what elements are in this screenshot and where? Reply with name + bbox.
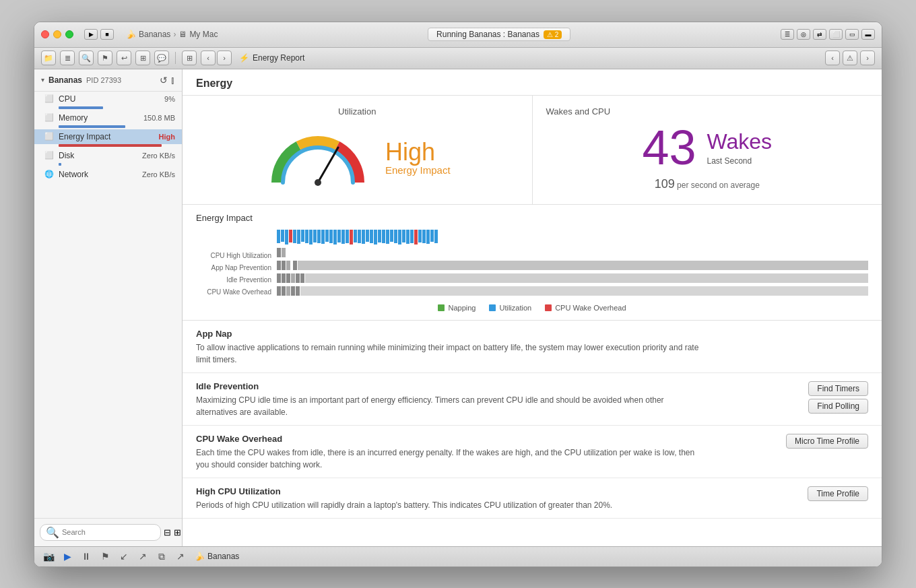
toolbar-right: ‹ ⚠ › bbox=[825, 51, 875, 65]
legend-utilization: Utilization bbox=[489, 304, 531, 312]
nav-fwd[interactable]: › bbox=[217, 51, 232, 65]
legend-utilization-dot bbox=[489, 304, 496, 311]
utilization-panel: Utilization bbox=[183, 96, 533, 204]
micro-time-profile-button[interactable]: Micro Time Profile bbox=[786, 434, 868, 449]
import-btn[interactable]: ↩ bbox=[117, 51, 131, 65]
utilization-title: Utilization bbox=[338, 106, 376, 117]
flag-bottom-btn[interactable]: ⚑ bbox=[98, 549, 112, 564]
network-icon: 🌐 bbox=[44, 169, 55, 180]
legend-napping-label: Napping bbox=[448, 304, 476, 312]
alert-btn[interactable]: ‹ bbox=[825, 51, 840, 65]
minimize-button[interactable] bbox=[53, 30, 61, 38]
play-button[interactable]: ▶ bbox=[84, 29, 98, 40]
wakes-number: 43 bbox=[642, 123, 696, 172]
close-button[interactable] bbox=[41, 30, 49, 38]
nav-back[interactable]: ‹ bbox=[201, 51, 216, 65]
folder-btn[interactable]: 📁 bbox=[41, 51, 56, 65]
wakes-label: Wakes bbox=[707, 130, 772, 154]
breadcrumb-icon2: 🖥 bbox=[178, 30, 187, 39]
wakes-right: Wakes Last Second bbox=[707, 123, 772, 166]
fullscreen-button[interactable] bbox=[65, 30, 73, 38]
sidebar-item-memory[interactable]: ⬜ Memory 150.8 MB bbox=[34, 110, 182, 125]
split-horiz-btn[interactable]: ▬ bbox=[861, 29, 875, 40]
sidebar-icons: ↺ ⫿ bbox=[160, 75, 175, 86]
export-bottom-btn[interactable]: ↗ bbox=[135, 549, 150, 564]
app-nap-title: App Nap bbox=[196, 329, 868, 339]
find-polling-button[interactable]: Find Polling bbox=[808, 399, 868, 414]
record-btn[interactable]: ▶ bbox=[60, 549, 75, 564]
time-profile-button[interactable]: Time Profile bbox=[808, 486, 868, 501]
refresh-icon[interactable]: ↺ bbox=[160, 75, 168, 86]
view-icon2[interactable]: ⊞ bbox=[174, 527, 181, 537]
split-vert-btn[interactable]: ▭ bbox=[845, 29, 859, 40]
cpu-wake-section: CPU Wake Overhead Each time the CPU wake… bbox=[183, 426, 882, 478]
gauge-label: High Energy Impact bbox=[385, 140, 451, 176]
search-box[interactable]: 🔍 bbox=[40, 524, 161, 541]
sidebar-process-name: Bananas bbox=[48, 75, 82, 85]
chart-bars bbox=[277, 230, 868, 298]
back-fwd-btn[interactable]: ⇄ bbox=[813, 29, 826, 40]
playback-controls: ▶ ■ bbox=[84, 29, 114, 40]
send-btn[interactable]: ↗ bbox=[173, 549, 188, 564]
grid-btn[interactable]: ⊞ bbox=[182, 51, 197, 65]
breadcrumb: 🍌 Bananas › 🖥 My Mac bbox=[126, 30, 218, 39]
view-icon1[interactable]: ⊟ bbox=[164, 527, 171, 537]
expand-btn[interactable]: › bbox=[860, 51, 875, 65]
memory-label: Memory bbox=[59, 113, 143, 123]
search-input[interactable] bbox=[62, 528, 155, 536]
breadcrumb-item1[interactable]: Bananas bbox=[139, 30, 170, 39]
cpu-wake-desc: Each time the CPU wakes from idle, there… bbox=[196, 447, 701, 471]
list-view-btn[interactable]: ☰ bbox=[781, 29, 794, 40]
chart-title: Energy Impact bbox=[196, 213, 868, 223]
high-cpu-desc: Periods of high CPU utilization will rap… bbox=[196, 499, 701, 511]
sidebar-pid: PID 27393 bbox=[86, 76, 121, 84]
cpu-value: 9% bbox=[164, 95, 175, 103]
list-btn[interactable]: ⊞ bbox=[135, 51, 150, 65]
sidebar-header: ▾ Bananas PID 27393 ↺ ⫿ bbox=[34, 69, 182, 92]
split-icon[interactable]: ⫿ bbox=[170, 75, 175, 86]
cpu-wake-text: CPU Wake Overhead Each time the CPU wake… bbox=[196, 434, 773, 471]
wakes-container: 43 Wakes Last Second bbox=[642, 123, 772, 172]
sidebar-item-disk[interactable]: ⬜ Disk Zero KB/s bbox=[34, 148, 182, 163]
bottom-process-name: Bananas bbox=[207, 552, 239, 561]
memory-value: 150.8 MB bbox=[143, 114, 175, 122]
sidebar-footer: 🔍 ⊟ ⊞ ≡ bbox=[34, 518, 182, 546]
row-label-2: App Nap Prevention bbox=[196, 262, 271, 274]
legend-utilization-label: Utilization bbox=[499, 304, 531, 312]
expand-icon[interactable]: ▾ bbox=[41, 76, 44, 84]
titlebar-right-controls: ☰ ◎ ⇄ ⬜ ▭ ▬ bbox=[781, 29, 875, 40]
legend-cpu-wake-dot bbox=[545, 304, 552, 311]
split-view-btn[interactable]: ⬜ bbox=[829, 29, 843, 40]
row-label-3: Idle Prevention bbox=[196, 274, 271, 286]
import-bottom-btn[interactable]: ↙ bbox=[117, 549, 131, 564]
disk-value: Zero KB/s bbox=[142, 152, 175, 160]
wakes-avg-label: per second on average bbox=[677, 181, 760, 190]
sidebar-item-energy[interactable]: ⬜ Energy Impact High bbox=[34, 129, 182, 144]
chart-area: CPU High Utilization App Nap Prevention … bbox=[196, 230, 868, 298]
sidebar-item-cpu[interactable]: ⬜ CPU 9% bbox=[34, 92, 182, 106]
row-label-1: CPU High Utilization bbox=[196, 250, 271, 262]
energy-report-label: ⚡ Energy Report bbox=[239, 53, 304, 63]
gauge-container: High Energy Impact bbox=[264, 123, 451, 193]
content-area: Energy Utilization bbox=[183, 69, 882, 546]
svg-line-0 bbox=[318, 148, 338, 183]
screenshot-btn[interactable]: 📷 bbox=[41, 549, 56, 564]
find-timers-button[interactable]: Find Timers bbox=[808, 381, 868, 396]
target-btn[interactable]: ◎ bbox=[797, 29, 810, 40]
high-cpu-section: High CPU Utilization Periods of high CPU… bbox=[183, 478, 882, 519]
instruments-btn[interactable]: ≣ bbox=[60, 51, 75, 65]
breadcrumb-item2[interactable]: My Mac bbox=[189, 30, 218, 39]
energy-report-icon: ⚡ bbox=[239, 53, 249, 63]
comment-btn[interactable]: 💬 bbox=[154, 51, 169, 65]
high-cpu-buttons: Time Profile bbox=[794, 486, 868, 501]
disk-icon: ⬜ bbox=[44, 150, 55, 161]
warning-btn[interactable]: ⚠ bbox=[843, 51, 857, 65]
copy-btn[interactable]: ⧉ bbox=[154, 549, 169, 564]
main-window: ▶ ■ 🍌 Bananas › 🖥 My Mac Running Bananas… bbox=[34, 22, 882, 567]
pause-btn[interactable]: ⏸ bbox=[79, 549, 94, 564]
stop-button[interactable]: ■ bbox=[100, 29, 114, 40]
search-btn[interactable]: 🔍 bbox=[79, 51, 94, 65]
flag-btn[interactable]: ⚑ bbox=[98, 51, 112, 65]
legend-napping: Napping bbox=[438, 304, 476, 312]
sidebar-item-network[interactable]: 🌐 Network Zero KB/s bbox=[34, 167, 182, 182]
